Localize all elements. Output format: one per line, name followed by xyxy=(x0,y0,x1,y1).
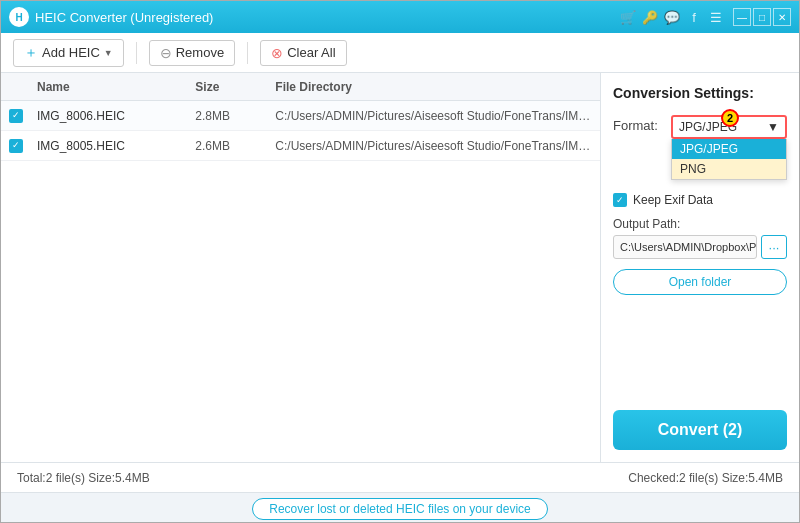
output-path-label: Output Path: xyxy=(613,217,787,231)
remove-button[interactable]: ⊖ Remove xyxy=(149,40,235,66)
chat-icon[interactable]: 💬 xyxy=(663,8,681,26)
facebook-icon[interactable]: f xyxy=(685,8,703,26)
format-dropdown-list: JPG/JPEG PNG xyxy=(671,139,787,180)
add-heic-button[interactable]: ＋ Add HEIC ▼ xyxy=(13,39,124,67)
close-button[interactable]: ✕ xyxy=(773,8,791,26)
file-area: Name Size File Directory IMG_8006.HEIC 2… xyxy=(1,73,601,462)
row-2-name: IMG_8005.HEIC xyxy=(37,139,195,153)
clear-icon: ⊗ xyxy=(271,45,283,61)
format-control: 2 JPG/JPEG ▼ JPG/JPEG PNG xyxy=(671,115,787,139)
row-1-name: IMG_8006.HEIC xyxy=(37,109,195,123)
toolbar: ＋ Add HEIC ▼ ⊖ Remove ⊗ Clear All xyxy=(1,33,799,73)
window-controls: — □ ✕ xyxy=(733,8,791,26)
output-browse-button[interactable]: ··· xyxy=(761,235,787,259)
format-option-png[interactable]: PNG xyxy=(672,159,786,179)
minimize-button[interactable]: — xyxy=(733,8,751,26)
header-name: Name xyxy=(37,80,195,94)
format-dropdown-wrapper: 2 JPG/JPEG ▼ JPG/JPEG PNG xyxy=(671,115,787,139)
title-bar-text: HEIC Converter (Unregistered) xyxy=(35,10,619,25)
format-label: Format: xyxy=(613,118,665,133)
toolbar-divider-2 xyxy=(247,42,248,64)
add-heic-dropdown-arrow: ▼ xyxy=(104,48,113,58)
add-icon: ＋ xyxy=(24,44,38,62)
status-right: Checked:2 file(s) Size:5.4MB xyxy=(628,471,783,485)
row-1-check[interactable] xyxy=(9,109,37,123)
output-path-row: C:\Users\ADMIN\Dropbox\PC\ ··· xyxy=(613,235,787,259)
row-2-size: 2.6MB xyxy=(195,139,275,153)
format-row: Format: 2 JPG/JPEG ▼ JPG/JPEG PNG xyxy=(613,115,787,139)
recover-bar: Recover lost or deleted HEIC files on yo… xyxy=(1,492,799,523)
status-bar: Total:2 file(s) Size:5.4MB Checked:2 fil… xyxy=(1,462,799,492)
output-section: Output Path: C:\Users\ADMIN\Dropbox\PC\ … xyxy=(613,217,787,259)
header-dir: File Directory xyxy=(275,80,592,94)
cart-icon[interactable]: 🛒 xyxy=(619,8,637,26)
convert-button[interactable]: Convert (2) xyxy=(613,410,787,450)
row-2-dir: C:/Users/ADMIN/Pictures/Aiseesoft Studio… xyxy=(275,139,592,153)
table-row: IMG_8006.HEIC 2.8MB C:/Users/ADMIN/Pictu… xyxy=(1,101,600,131)
output-path-box: C:\Users\ADMIN\Dropbox\PC\ xyxy=(613,235,757,259)
right-panel: Conversion Settings: Format: 2 JPG/JPEG … xyxy=(601,73,799,462)
open-folder-button[interactable]: Open folder xyxy=(613,269,787,295)
menu-icon[interactable]: ☰ xyxy=(707,8,725,26)
file-rows: IMG_8006.HEIC 2.8MB C:/Users/ADMIN/Pictu… xyxy=(1,101,600,462)
clear-all-button[interactable]: ⊗ Clear All xyxy=(260,40,346,66)
maximize-button[interactable]: □ xyxy=(753,8,771,26)
table-row: IMG_8005.HEIC 2.6MB C:/Users/ADMIN/Pictu… xyxy=(1,131,600,161)
format-badge: 2 xyxy=(721,109,739,127)
status-left: Total:2 file(s) Size:5.4MB xyxy=(17,471,620,485)
app-logo: H xyxy=(9,7,29,27)
keep-exif-row: Keep Exif Data xyxy=(613,193,787,207)
keep-exif-label: Keep Exif Data xyxy=(633,193,713,207)
checkbox-1[interactable] xyxy=(9,109,23,123)
row-1-size: 2.8MB xyxy=(195,109,275,123)
row-2-check[interactable] xyxy=(9,139,37,153)
toolbar-divider xyxy=(136,42,137,64)
main-layout: Name Size File Directory IMG_8006.HEIC 2… xyxy=(1,73,799,462)
title-bar: H HEIC Converter (Unregistered) 🛒 🔑 💬 f … xyxy=(1,1,799,33)
checkbox-2[interactable] xyxy=(9,139,23,153)
spacer xyxy=(613,305,787,400)
settings-title: Conversion Settings: xyxy=(613,85,787,101)
file-table-header: Name Size File Directory xyxy=(1,73,600,101)
keep-exif-checkbox[interactable] xyxy=(613,193,627,207)
recover-button[interactable]: Recover lost or deleted HEIC files on yo… xyxy=(252,498,547,520)
header-size: Size xyxy=(195,80,275,94)
dropdown-arrow-icon: ▼ xyxy=(767,120,779,134)
row-1-dir: C:/Users/ADMIN/Pictures/Aiseesoft Studio… xyxy=(275,109,592,123)
key-icon[interactable]: 🔑 xyxy=(641,8,659,26)
remove-icon: ⊖ xyxy=(160,45,172,61)
title-bar-icons: 🛒 🔑 💬 f ☰ xyxy=(619,8,725,26)
format-option-jpg[interactable]: JPG/JPEG xyxy=(672,139,786,159)
